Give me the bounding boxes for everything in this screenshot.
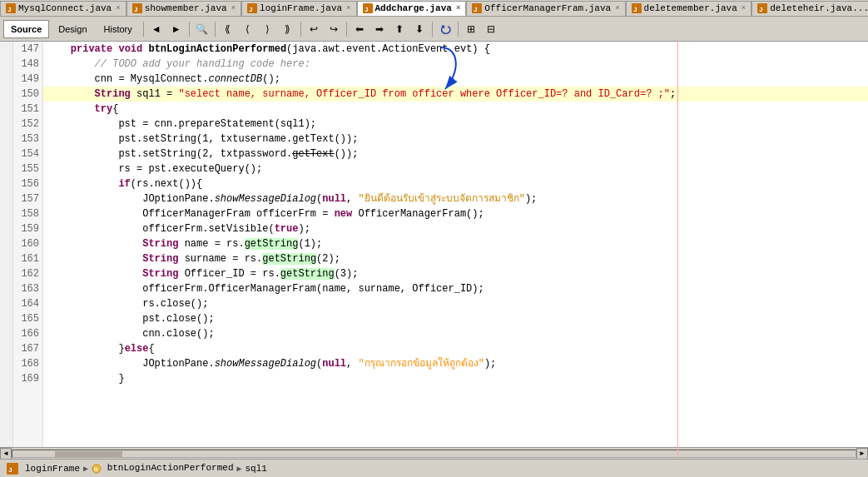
history-tab[interactable]: History <box>97 20 140 38</box>
breadcrumb-item-3[interactable]: sql1 <box>246 464 267 474</box>
tab-label: showmember.java <box>145 3 227 13</box>
code-line-164: rs.close(); <box>43 296 868 311</box>
svg-text:m: m <box>94 466 97 473</box>
line-num: 160 <box>17 236 39 251</box>
close-icon[interactable]: × <box>116 4 120 12</box>
code-line-161: String surname = rs.getString(2); <box>43 251 868 266</box>
toolbar-btn1[interactable]: ⟪ <box>219 20 237 38</box>
source-tab[interactable]: Source <box>3 20 49 38</box>
line-num: 163 <box>17 281 39 296</box>
code-editor[interactable]: private void btnLoginActionPerformed(jav… <box>43 42 868 447</box>
tab-label: Addcharge.java <box>375 3 452 13</box>
back-btn[interactable]: ◄ <box>147 20 166 38</box>
breadcrumb-item-1[interactable]: loginFrame <box>25 464 80 474</box>
line-num: 151 <box>17 102 39 117</box>
line-num: 153 <box>17 132 39 147</box>
code-line-148: // TODO add your handling code here: <box>43 57 868 72</box>
separator-2 <box>189 22 190 37</box>
tab-mysqlconnect[interactable]: J MysqlConnect.java × <box>0 1 126 16</box>
close-icon[interactable]: × <box>456 4 460 12</box>
scrollbar-track[interactable] <box>12 450 856 458</box>
scroll-left-btn[interactable]: ◄ <box>0 448 12 460</box>
toolbar-btn10[interactable]: ⬇ <box>410 20 429 38</box>
toolbar-btn8[interactable]: ➡ <box>370 20 389 38</box>
code-line-165: pst.close(); <box>43 311 868 326</box>
toolbar-btn11[interactable]: ⭮ <box>436 20 454 38</box>
tab-deletemember[interactable]: J deletemember.java × <box>626 1 752 16</box>
line-num: 166 <box>17 326 39 341</box>
svg-text:J: J <box>759 6 763 13</box>
status-bar: J loginFrame ▶ m btnLoginActionPerformed… <box>0 459 868 477</box>
close-icon[interactable]: × <box>615 4 619 12</box>
tab-label: OfficerManagerFram.java <box>484 3 611 13</box>
toolbar-btn7[interactable]: ⬅ <box>350 20 369 38</box>
line-num: 165 <box>17 311 39 326</box>
breadcrumb-item-2[interactable]: m btnLoginActionPerformed <box>92 463 233 473</box>
code-line-167: }else{ <box>43 341 868 356</box>
tab-bar: J MysqlConnect.java × J showmember.java … <box>0 0 868 17</box>
close-icon[interactable]: × <box>346 4 350 12</box>
forward-btn[interactable]: ► <box>167 20 186 38</box>
code-line-159: officerFrm.setVisible(true); <box>43 221 868 236</box>
java-icon: J <box>247 3 257 13</box>
toolbar-btn2[interactable]: ⟨ <box>239 20 257 38</box>
code-line-160: String name = rs.getString(1); <box>43 236 868 251</box>
line-num: 154 <box>17 147 39 161</box>
breadcrumb-sep-2: ▶ <box>236 464 241 474</box>
tab-showmember[interactable]: J showmember.java × <box>126 1 241 16</box>
separator-5 <box>346 22 347 37</box>
close-icon[interactable]: × <box>742 4 746 12</box>
line-num: 158 <box>17 206 39 221</box>
h-scrollbar[interactable]: ◄ ► <box>0 447 868 459</box>
code-line-158: OfficerManagerFram officerFrm = new Offi… <box>43 206 868 221</box>
close-icon[interactable]: × <box>231 4 236 12</box>
line-num: 148 <box>17 57 39 72</box>
code-line-157: JOptionPane.showMessageDialog(null, "ยิน… <box>43 191 868 206</box>
toolbar: Source Design History ◄ ► 🔍 ⟪ ⟨ ⟩ ⟫ ↩ ↪ … <box>0 17 868 42</box>
toolbar-btn3[interactable]: ⟩ <box>259 20 277 38</box>
java-icon: J <box>632 3 642 13</box>
tab-addcharge[interactable]: J Addcharge.java × <box>357 1 467 16</box>
design-tab[interactable]: Design <box>51 20 94 38</box>
code-line-169: } <box>43 371 868 386</box>
tab-deleteheir[interactable]: J deleteheir.java... × <box>751 1 868 16</box>
line-num: 152 <box>17 117 39 132</box>
svg-text:J: J <box>8 466 12 474</box>
tab-loginframe[interactable]: J loginFrame.java × <box>241 1 356 16</box>
line-num: 155 <box>17 161 39 176</box>
method-icon: m <box>92 464 102 474</box>
fold-margin <box>0 42 13 447</box>
code-line-168: JOptionPane.showMessageDialog(null, "กรุ… <box>43 356 868 371</box>
line-num: 156 <box>17 176 39 191</box>
svg-text:J: J <box>7 6 12 13</box>
tab-label: deletemember.java <box>644 3 737 13</box>
toolbar-btn12[interactable]: ⊞ <box>462 20 480 38</box>
code-line-156: if(rs.next()){ <box>43 176 868 191</box>
toolbar-btn5[interactable]: ↩ <box>305 20 323 38</box>
scroll-right-btn[interactable]: ► <box>856 448 868 460</box>
code-line-149: cnn = MysqlConnect.connectDB(); <box>43 72 868 87</box>
line-numbers: 147 148 149 150 151 152 153 154 155 156 … <box>13 42 43 447</box>
line-num: 150 <box>17 87 39 102</box>
separator-7 <box>458 22 459 37</box>
tab-label: loginFrame.java <box>260 3 342 13</box>
line-num: 147 <box>17 42 39 57</box>
code-line-147: private void btnLoginActionPerformed(jav… <box>43 42 868 57</box>
line-num: 159 <box>17 221 39 236</box>
code-line-154: pst.setString(2, txtpassword.getText()); <box>43 147 868 161</box>
toolbar-btn9[interactable]: ⬆ <box>390 20 409 38</box>
line-num: 162 <box>17 266 39 281</box>
toolbar-btn4[interactable]: ⟫ <box>279 20 297 38</box>
code-line-155: rs = pst.executeQuery(); <box>43 161 868 176</box>
tab-officermanager[interactable]: J OfficerManagerFram.java × <box>466 1 625 16</box>
svg-text:J: J <box>633 6 637 13</box>
separator-3 <box>215 22 216 37</box>
zoom-out-btn[interactable]: 🔍 <box>193 20 211 38</box>
scrollbar-thumb[interactable] <box>55 451 122 458</box>
separator-6 <box>432 22 433 37</box>
svg-text:J: J <box>249 6 253 13</box>
toolbar-btn6[interactable]: ↪ <box>325 20 343 38</box>
toolbar-btn13[interactable]: ⊟ <box>482 20 500 38</box>
file-icon: J <box>7 463 18 475</box>
separator-1 <box>143 22 144 37</box>
